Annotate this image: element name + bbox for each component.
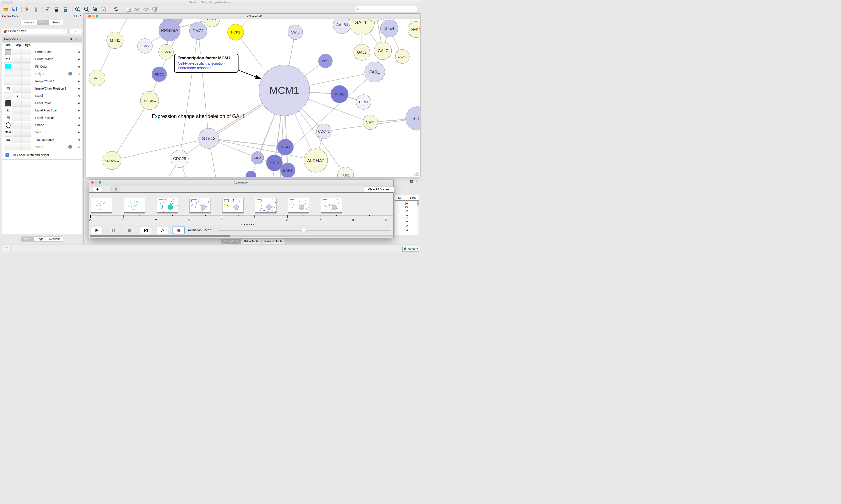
style-selector[interactable]: galFiltered Style ▼ xyxy=(2,28,68,34)
peaks-icon[interactable] xyxy=(134,6,141,13)
annotation-link[interactable]: Pheromone response xyxy=(178,66,235,70)
map-cell[interactable] xyxy=(13,63,22,70)
map-cell[interactable] xyxy=(13,100,22,107)
node-GIC2[interactable]: GIC2 xyxy=(251,151,264,164)
add-frame-button[interactable] xyxy=(93,186,102,192)
search-input[interactable] xyxy=(360,7,414,11)
expand-row-icon[interactable]: ◀ xyxy=(78,114,79,122)
node-GAL7[interactable]: GAL7 xyxy=(374,42,392,59)
def-cell[interactable] xyxy=(4,49,13,55)
play-button[interactable] xyxy=(91,227,103,234)
byp-cell[interactable] xyxy=(22,92,31,99)
def-cell[interactable]: 2.0 xyxy=(4,56,13,62)
table-cell-value[interactable]: 25 xyxy=(395,205,408,209)
node-GAL80[interactable]: GAL80 xyxy=(333,19,351,34)
expand-row-icon[interactable]: ◀ xyxy=(78,77,79,85)
properties-header[interactable]: Properties ▼ xyxy=(2,36,82,42)
frame-thumbnail-3[interactable] xyxy=(190,198,211,214)
table-scrollbar-thumb[interactable] xyxy=(417,201,419,205)
save-icon[interactable] xyxy=(12,6,18,13)
def-cell[interactable] xyxy=(4,114,13,121)
node-LSM4[interactable]: LSM4 xyxy=(159,44,174,59)
expand-row-icon[interactable]: ◀ xyxy=(78,100,79,107)
contrast-icon[interactable] xyxy=(151,6,158,13)
panel-tab-node[interactable]: Node xyxy=(21,237,34,241)
node-MFA2[interactable]: MFA2 xyxy=(331,85,348,103)
property-row-image-chart-position-1[interactable]: Image/Chart Position 1◀ xyxy=(2,85,82,92)
byp-cell[interactable] xyxy=(22,63,31,70)
table-tab-network-table[interactable]: Network Table xyxy=(262,239,285,244)
node-TUB1[interactable]: TUB1 xyxy=(338,167,354,177)
node-FAR1[interactable]: FAR1 xyxy=(365,62,385,82)
byp-cell[interactable] xyxy=(22,85,31,92)
map-cell[interactable] xyxy=(13,122,22,128)
node-SWI5[interactable]: SWI5 xyxy=(288,25,303,40)
node-RPS28A[interactable]: RPS28A xyxy=(159,19,180,41)
expand-row-icon[interactable]: ◀ xyxy=(78,55,79,63)
node-DMC1[interactable]: DMC1 xyxy=(190,22,207,40)
map-cell[interactable] xyxy=(13,107,22,114)
import-table-icon[interactable] xyxy=(32,6,39,13)
skip-start-button[interactable] xyxy=(140,227,152,234)
table-cell-value[interactable]: 2 xyxy=(395,224,408,228)
network-window-titlebar[interactable]: galFiltered.sif xyxy=(86,14,420,19)
property-row-fill-color[interactable]: Fill Color◀ xyxy=(2,63,82,71)
frame-thumbnail-5[interactable] xyxy=(255,198,276,214)
zoom-fit-icon[interactable] xyxy=(92,6,99,13)
map-cell[interactable] xyxy=(13,137,22,143)
node-GCY1[interactable]: GCY1 xyxy=(395,50,409,64)
property-row-label-font-size[interactable]: 12Label Font Size◀ xyxy=(2,107,82,114)
table-cell-value[interactable]: 2 xyxy=(395,209,408,213)
export-table-icon[interactable] xyxy=(53,6,60,13)
def-cell[interactable]: 255 xyxy=(4,137,13,143)
byp-cell[interactable] xyxy=(22,114,31,121)
node-ALPHA2[interactable]: ALPHA2 xyxy=(304,149,328,172)
zoom-window-icon[interactable] xyxy=(96,15,99,18)
speed-slider-thumb[interactable] xyxy=(301,228,306,233)
map-cell[interactable] xyxy=(13,71,22,77)
expand-row-icon[interactable]: ◀ xyxy=(78,85,79,92)
frame-thumbnail-0[interactable] xyxy=(91,198,112,214)
property-row-border-width[interactable]: 2.0Border Width◀ xyxy=(2,55,82,63)
expand-row-icon[interactable]: ◀ xyxy=(78,63,79,70)
eye-slash-icon[interactable] xyxy=(143,6,149,13)
node-LSM2[interactable]: LSM2 xyxy=(138,38,153,53)
close-window-icon[interactable] xyxy=(91,181,94,184)
refresh-icon[interactable] xyxy=(113,6,120,13)
doc-network-icon[interactable] xyxy=(125,6,132,13)
map-cell[interactable] xyxy=(13,49,22,55)
property-row-image-chart-1[interactable]: Image/Chart 1◀ xyxy=(2,77,82,85)
lock-checkbox[interactable]: ✓ xyxy=(5,153,10,157)
property-row-shape[interactable]: Shape◀ xyxy=(2,121,82,129)
table-tab-node-table[interactable]: Node Table xyxy=(221,239,241,244)
byp-cell[interactable] xyxy=(22,100,31,107)
expand-row-icon[interactable]: ◀ xyxy=(78,143,79,151)
delete-frame-button[interactable] xyxy=(111,186,120,192)
node-PCK1[interactable]: PCK1 xyxy=(228,24,244,40)
tab-select[interactable]: Select xyxy=(49,20,63,25)
node-PIS1[interactable]: PIS1 xyxy=(319,54,333,68)
byp-cell[interactable] xyxy=(22,122,31,128)
table-cell-value[interactable]: 1 xyxy=(395,213,408,217)
record-button[interactable] xyxy=(173,227,185,234)
window-zoom-icon[interactable] xyxy=(10,1,13,4)
export-network-icon[interactable] xyxy=(45,6,51,13)
node-MCM1[interactable]: MCM1 xyxy=(259,65,310,116)
node-MFA1[interactable]: MFA1 xyxy=(277,139,293,155)
node-CLN3[interactable]: CLN3 xyxy=(356,94,371,109)
style-options-button[interactable]: ▼ xyxy=(70,28,82,34)
export-image-icon[interactable] xyxy=(62,6,69,13)
property-row-size[interactable]: 50.0Size◀ xyxy=(2,128,82,136)
zoom-out-icon[interactable] xyxy=(83,6,90,13)
zoom-selected-icon[interactable] xyxy=(101,6,107,13)
expand-row-icon[interactable]: ◀ xyxy=(78,136,79,143)
table-cell-value[interactable]: 2 xyxy=(395,228,408,231)
expand-row-icon[interactable]: ◀ xyxy=(78,121,79,129)
tab-network[interactable]: Network xyxy=(21,20,37,25)
byp-cell[interactable] xyxy=(22,137,31,143)
map-cell[interactable] xyxy=(13,92,22,99)
frame-thumbnail-7[interactable] xyxy=(321,198,342,214)
skip-end-button[interactable] xyxy=(157,227,168,234)
zoom-in-icon[interactable] xyxy=(74,6,81,13)
node-SLT2[interactable]: SLT2 xyxy=(406,107,420,130)
